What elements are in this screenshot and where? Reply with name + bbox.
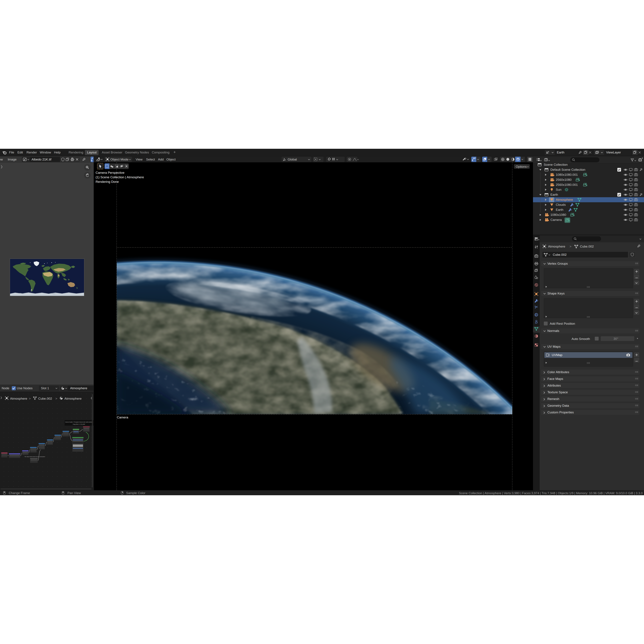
svg-text:Drag either in 'VOLUME': Drag either in 'VOLUME' xyxy=(73,424,85,425)
svg-text:Volume Scatter / Principled Vo: Volume Scatter / Principled Volume both … xyxy=(65,421,93,423)
svg-text:This Value Node should only be: This Value Node should only be manipulat… xyxy=(24,456,45,457)
